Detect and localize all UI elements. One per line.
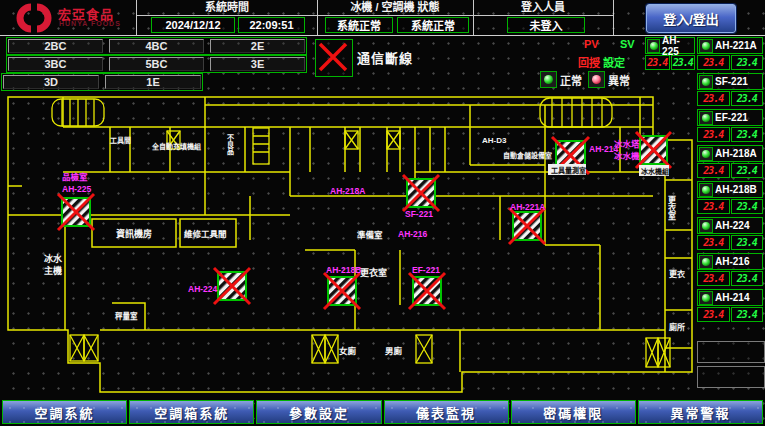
unit-button-ah-218b[interactable]: AH-218B: [697, 181, 763, 198]
svg-text:冰水機組: 冰水機組: [641, 167, 669, 176]
sv-value: 23.4: [671, 55, 696, 70]
unit-button-ah-214[interactable]: AH-214: [697, 289, 763, 306]
floor-button-3e[interactable]: 3E: [210, 57, 305, 71]
pv-value: 23.4: [697, 307, 730, 322]
legend-abnormal: 異常: [588, 71, 630, 88]
system-time-value: 22:09:51: [238, 17, 305, 33]
status-led-icon: [699, 255, 713, 269]
unit-button-ah-225[interactable]: AH-225: [645, 37, 695, 54]
login-user-label: 登入人員: [473, 1, 613, 14]
normal-label: 正常: [560, 72, 582, 88]
ahu-unit-ah218b[interactable]: [324, 273, 360, 309]
hmi-screen: 工具間 全自動充填機組 不良品 AH-D3 自動倉儲設備室 工具量測室 冰水機組…: [0, 0, 765, 426]
empty-unit-slot: [697, 366, 765, 388]
abnormal-led-icon: [588, 71, 605, 88]
status-led-icon: [699, 39, 713, 53]
svg-text:冰水: 冰水: [44, 253, 63, 264]
unit-panel-ah-225: AH-225 23.4 23.4: [645, 37, 695, 70]
status-led-icon: [699, 219, 713, 233]
svg-text:AH-218A: AH-218A: [330, 186, 365, 196]
ahu-unit-chiller[interactable]: [636, 132, 671, 168]
unit-panel-ah-218b: AH-218B 23.4 23.4: [697, 181, 763, 214]
brand-name-en: HUNYA FOODS: [59, 20, 121, 27]
status-led-icon: [699, 183, 713, 197]
ahu-unit-ah225[interactable]: [58, 194, 94, 230]
svg-text:AH-225: AH-225: [62, 184, 92, 194]
unit-button-ah-218a[interactable]: AH-218A: [697, 145, 763, 162]
sv-value: 23.4: [731, 127, 764, 142]
svg-text:女廁: 女廁: [339, 346, 357, 356]
login-logout-button[interactable]: 登入/登出: [646, 4, 736, 33]
svg-text:不良品: 不良品: [227, 134, 235, 156]
svg-text:男廁: 男廁: [385, 346, 403, 356]
svg-text:AH-216: AH-216: [398, 229, 428, 239]
nav-hvac-system-button[interactable]: 空調系統: [2, 400, 127, 424]
unit-panel-ah-216: AH-216 23.4 23.4: [697, 253, 763, 286]
nav-password-permission-button[interactable]: 密碼權限: [511, 400, 636, 424]
unit-panel-ah-214: AH-214 23.4 23.4: [697, 289, 763, 322]
ahu-unit-ef221[interactable]: [409, 273, 445, 309]
nav-label: 儀表監視: [385, 401, 508, 423]
status-led-icon: [699, 147, 713, 161]
floor-button-1e[interactable]: 1E: [105, 75, 201, 89]
floor-button-2e[interactable]: 2E: [210, 39, 305, 53]
machine-status-label: 冰機 / 空調機 狀態: [317, 1, 473, 14]
nav-instrument-monitor-button[interactable]: 儀表監視: [384, 400, 509, 424]
svg-text:AH-218B: AH-218B: [326, 265, 361, 275]
ahu-unit-ah224[interactable]: [214, 268, 250, 304]
legend-normal: 正常: [540, 71, 582, 88]
pv-value: 23.4: [697, 271, 730, 286]
svg-text:更衣室: 更衣室: [360, 267, 387, 278]
unit-name: EF-221: [715, 112, 748, 123]
pv-value: 23.4: [697, 91, 730, 106]
svg-text:工具量測室: 工具量測室: [551, 166, 586, 175]
svg-text:維修工具間: 維修工具間: [184, 229, 227, 239]
floor-button-2bc[interactable]: 2BC: [8, 39, 103, 53]
setting-label: 設定: [603, 54, 625, 70]
floor-button-3d[interactable]: 3D: [3, 75, 99, 89]
floor-button-row-2: 3BC 5BC 3E: [6, 55, 307, 73]
floor-button-row-3: 3D 1E: [1, 73, 203, 91]
unit-button-ah-216[interactable]: AH-216: [697, 253, 763, 270]
unit-panel-ef-221: EF-221 23.4 23.4: [697, 109, 763, 142]
comm-loss-label: 通信斷線: [357, 48, 413, 67]
nav-ahu-system-button[interactable]: 空調箱系統: [129, 400, 254, 424]
ahu-labels: 品檢室 AH-225 AH-224 AH-218B EF-221 SF-221 …: [62, 139, 640, 294]
header: 宏亞食品 HUNYA FOODS 系統時間 2024/12/12 22:09:5…: [0, 0, 765, 36]
nav-parameter-settings-button[interactable]: 參數設定: [256, 400, 381, 424]
sv-value: 23.4: [731, 271, 764, 286]
unit-button-ah-224[interactable]: AH-224: [697, 217, 763, 234]
unit-button-ef-221[interactable]: EF-221: [697, 109, 763, 126]
nav-label: 空調箱系統: [130, 401, 253, 423]
unit-name: AH-214: [715, 292, 749, 303]
svg-text:廁所: 廁所: [669, 322, 685, 332]
floor-button-5bc[interactable]: 5BC: [109, 57, 204, 71]
chiller-status-value: 系統正常: [325, 17, 393, 33]
unit-panel-ah-224: AH-224 23.4 23.4: [697, 217, 763, 250]
sv-value: 23.4: [731, 91, 764, 106]
login-user-value: 未登入: [507, 17, 585, 33]
ahu-unit-sf221[interactable]: [403, 175, 439, 211]
floor-button-3bc[interactable]: 3BC: [8, 57, 103, 71]
sv-value: 23.4: [731, 307, 764, 322]
nav-label: 空調系統: [3, 401, 126, 423]
pv-value: 23.4: [697, 199, 730, 214]
ahu-unit-ah221a[interactable]: [509, 208, 545, 244]
bottom-nav: 空調系統 空調箱系統 參數設定 儀表監視 密碼權限 異常警報: [0, 398, 765, 426]
unit-button-sf-221[interactable]: SF-221: [697, 73, 763, 90]
divider: [137, 15, 613, 16]
unit-name: SF-221: [715, 76, 748, 87]
normal-led-icon: [540, 71, 557, 88]
ahu-status-value: 系統正常: [397, 17, 469, 33]
svg-text:自動倉儲設備室: 自動倉儲設備室: [503, 151, 552, 160]
pv-value: 23.4: [697, 235, 730, 250]
svg-text:準備室: 準備室: [357, 230, 383, 240]
system-time-label: 系統時間: [137, 1, 317, 14]
nav-abnormal-alarm-button[interactable]: 異常警報: [638, 400, 763, 424]
unit-button-ah-221a[interactable]: AH-221A: [697, 37, 763, 54]
unit-panel-ah-218a: AH-218A 23.4 23.4: [697, 145, 763, 178]
system-date-value: 2024/12/12: [151, 17, 235, 33]
status-led-icon: [699, 291, 713, 305]
floor-button-4bc[interactable]: 4BC: [109, 39, 204, 53]
company-logo-icon: [8, 2, 58, 34]
